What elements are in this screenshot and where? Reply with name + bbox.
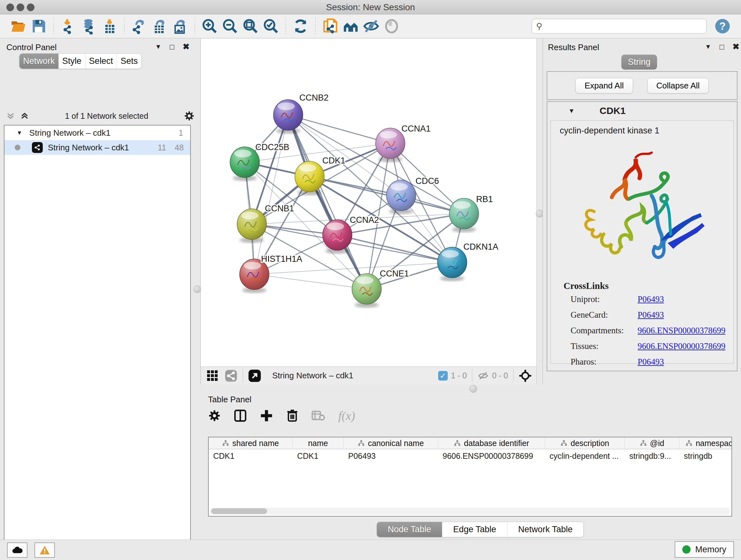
node-table[interactable]: shared namename canonical name database … xyxy=(208,437,732,516)
network-collection-row[interactable]: ▼ String Network – cdk1 1 xyxy=(4,125,190,140)
tab-network-table[interactable]: Network Table xyxy=(508,522,584,537)
column-header-name[interactable]: name xyxy=(293,437,344,449)
tab-style[interactable]: Style xyxy=(59,54,85,69)
import-network-icon xyxy=(60,18,77,35)
clone-network-button[interactable] xyxy=(320,17,340,36)
tab-node-table[interactable]: Node Table xyxy=(377,522,442,537)
gear-icon[interactable] xyxy=(208,409,221,422)
left-splitter-handle[interactable] xyxy=(193,286,201,293)
toolbar-separator xyxy=(124,17,125,35)
group-nodes-button[interactable] xyxy=(340,17,361,36)
column-header--id[interactable]: @id xyxy=(625,437,679,449)
apply-layout-button[interactable] xyxy=(290,17,311,36)
tab-network[interactable]: Network xyxy=(19,54,59,69)
gear-icon[interactable] xyxy=(184,111,195,121)
crosslinks-list: Uniprot: P06493GeneCard: P06493Compartme… xyxy=(570,294,733,367)
zoom-out-button[interactable] xyxy=(220,17,240,36)
control-panel-close-icon[interactable]: ✖ xyxy=(183,42,190,52)
network-row[interactable]: String Network – cdk1 11 48 xyxy=(4,140,190,155)
column-header-shared-name[interactable]: shared name xyxy=(209,437,293,449)
crosslink-value-link[interactable]: P06493 xyxy=(637,310,664,320)
results-panel-close-icon[interactable]: ✖ xyxy=(732,42,739,52)
tab-sets[interactable]: Sets xyxy=(117,54,141,69)
hidden-eye-icon[interactable] xyxy=(477,370,489,381)
column-header-description[interactable]: description xyxy=(545,437,625,449)
share-network-icon[interactable] xyxy=(225,369,238,382)
crosslink-value-link[interactable]: 9606.ENSP00000378699 xyxy=(637,341,725,351)
selected-checkbox-icon[interactable]: ✓ xyxy=(438,371,448,381)
cloud-icon xyxy=(11,546,23,555)
results-panel-menu-icon[interactable]: ▼ xyxy=(705,43,711,51)
crosslinks-heading: CrossLinks xyxy=(563,281,733,291)
table-hscrollbar[interactable] xyxy=(210,508,730,515)
control-panel-menu-icon[interactable]: ▼ xyxy=(155,43,161,51)
column-header-namespace[interactable]: namespace xyxy=(679,437,732,449)
zoom-in-icon xyxy=(201,18,218,35)
section-collapse-icon[interactable]: ▼ xyxy=(568,107,575,115)
question-mark-icon: ? xyxy=(714,18,731,35)
network-column-icon xyxy=(454,440,461,447)
cloud-button[interactable] xyxy=(7,543,27,558)
table-cell: CDK1 xyxy=(293,449,344,462)
zoom-in-button[interactable] xyxy=(199,17,220,36)
node-section-header[interactable]: ▼ CDK1 xyxy=(547,102,737,120)
warning-button[interactable] xyxy=(35,543,55,558)
vertical-splitter[interactable] xyxy=(536,39,543,384)
network-canvas[interactable]: CCNB2CCNA1CDC25BCDK1CDC6RB1CCNB1CCNA2CDK… xyxy=(201,39,536,367)
export-image-icon xyxy=(172,18,188,35)
column-header-database-identifier[interactable]: database identifier xyxy=(438,437,545,449)
open-in-browser-icon[interactable] xyxy=(248,369,261,382)
zoom-selected-button[interactable] xyxy=(261,17,281,36)
export-image-button[interactable] xyxy=(170,17,190,36)
results-panel-float-icon[interactable]: □ xyxy=(720,43,724,51)
hide-selected-button[interactable] xyxy=(361,17,381,36)
crosslink-label: Tissues: xyxy=(570,341,637,351)
expand-all-button[interactable]: Expand All xyxy=(576,78,633,94)
collapse-all-icon[interactable] xyxy=(6,111,15,121)
import-network-file-button[interactable] xyxy=(58,17,79,36)
memory-button[interactable]: Memory xyxy=(675,541,734,558)
delete-table-icon-disabled xyxy=(312,410,326,422)
save-session-button[interactable] xyxy=(29,17,49,36)
zoom-fit-button[interactable] xyxy=(240,17,261,36)
tab-string[interactable]: String xyxy=(621,55,657,70)
delete-column-icon[interactable] xyxy=(286,409,299,422)
table-hscrollbar-thumb[interactable] xyxy=(211,508,267,514)
node-label-CCNA1: CCNA1 xyxy=(401,124,431,133)
tab-select[interactable]: Select xyxy=(85,54,117,69)
node-label-CDC25B: CDC25B xyxy=(255,142,289,152)
import-network-database-button[interactable] xyxy=(79,17,99,36)
network-column-icon xyxy=(560,440,567,447)
table-body: CDK1CDK1P064939606.ENSP00000378699cyclin… xyxy=(209,449,731,462)
crosslink-value-link[interactable]: P06493 xyxy=(637,294,664,304)
open-session-button[interactable] xyxy=(8,17,29,36)
crosshair-icon[interactable] xyxy=(519,369,532,382)
splitter-handle[interactable] xyxy=(469,385,477,393)
table-header-row: shared namename canonical name database … xyxy=(209,437,731,449)
column-header-canonical-name[interactable]: canonical name xyxy=(344,437,438,449)
results-actions-box: Expand All Collapse All xyxy=(547,71,738,100)
table-row[interactable]: CDK1CDK1P064939606.ENSP00000378699cyclin… xyxy=(209,449,731,462)
control-panel-float-icon[interactable]: □ xyxy=(170,43,175,51)
import-table-button[interactable] xyxy=(99,17,120,36)
toolbar-separator xyxy=(286,17,286,35)
tab-edge-table[interactable]: Edge Table xyxy=(442,522,508,537)
add-column-icon[interactable] xyxy=(260,409,273,422)
birdseye-toggle-button[interactable] xyxy=(207,370,218,381)
network-column-icon xyxy=(358,440,365,447)
table-tabs: Node TableEdge TableNetwork Table xyxy=(377,522,584,537)
export-table-button[interactable] xyxy=(149,17,170,36)
horizontal-splitter[interactable] xyxy=(200,384,741,394)
show-columns-icon[interactable] xyxy=(233,409,247,422)
crosslink-value-link[interactable]: 9606.ENSP00000378699 xyxy=(637,326,725,335)
expand-all-icon[interactable] xyxy=(20,111,29,121)
warning-icon xyxy=(39,545,50,555)
search-input[interactable] xyxy=(532,19,706,34)
show-all-button[interactable] xyxy=(381,17,402,36)
crosslink-value-link[interactable]: P06493 xyxy=(637,357,664,367)
node-label-CCNB1: CCNB1 xyxy=(265,204,294,213)
tree-expand-icon[interactable]: ▼ xyxy=(17,130,22,136)
help-button[interactable]: ? xyxy=(712,17,733,36)
export-network-button[interactable] xyxy=(129,17,149,36)
collapse-all-button[interactable]: Collapse All xyxy=(647,78,709,94)
